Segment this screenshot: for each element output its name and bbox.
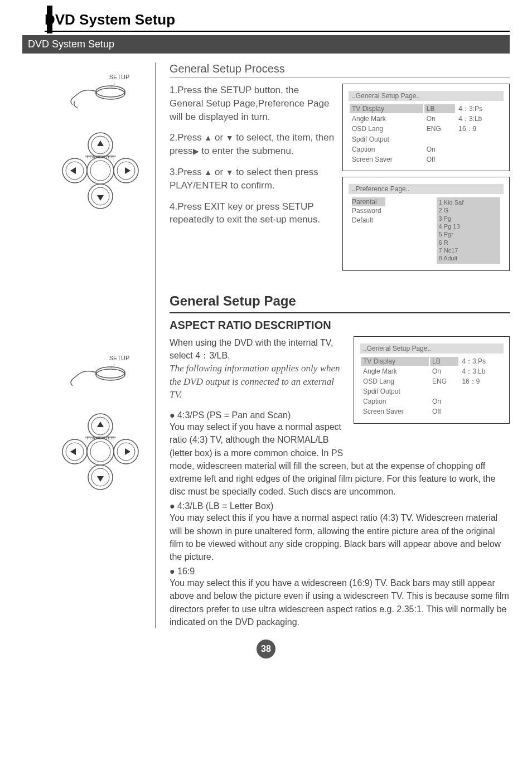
setup-label-2: SETUP <box>89 355 149 361</box>
corner-mark <box>47 6 52 33</box>
pref-l2: Password <box>352 207 381 215</box>
step2-c: to enter the submenu. <box>199 146 294 156</box>
bullet-2-head: ● 4:3/LB (LB = Letter Box) <box>170 501 510 511</box>
osd-r6b: Off <box>424 155 456 164</box>
osd-r5a: Caption <box>350 145 423 154</box>
osd-r3c: 16：9 <box>456 124 502 133</box>
osd2-r6b: Off <box>430 407 458 416</box>
step3-a: 3.Press <box>170 167 204 177</box>
osd2-r1b: LB <box>430 357 458 366</box>
left-column: SETUP <box>45 62 156 628</box>
subtitle-bar: DVD System Setup <box>22 35 510 54</box>
step-4: 4.Press EXIT key or press SETUP repeated… <box>170 200 335 227</box>
osd2-r3b: ENG <box>430 377 458 386</box>
main-title: DVD System Setup <box>45 11 510 28</box>
osd-r2b: On <box>424 114 456 123</box>
triangle-down-icon: ▼ <box>226 133 234 142</box>
osd-r2a: Angle Mark <box>350 114 423 123</box>
dpad-figure-2: PLAY/ENTER <box>45 407 149 496</box>
osd-general-title-2: ..General Setup Page.. <box>360 343 504 353</box>
page-number: 38 <box>257 640 275 658</box>
osd2-r5a: Caption <box>361 397 429 406</box>
osd-general-setup: ..General Setup Page.. TV DisplayLB4：3:P… <box>342 84 510 171</box>
b3-head-text: 16:9 <box>177 566 195 576</box>
osd-r1c: 4：3:Ps <box>456 104 502 113</box>
bullet-3-body: You may select this if you have a widesc… <box>170 577 510 628</box>
step-2: 2.Press ▲ or ▼ to select, the item, then… <box>170 131 335 158</box>
osd-r1a: TV Display <box>350 104 423 113</box>
osd-r3b: ENG <box>424 124 456 133</box>
right-column: General Setup Process 1.Press the SETUP … <box>167 62 510 628</box>
aspect-ratio-title: ASPECT RATIO DESCRIPTION <box>170 319 510 332</box>
osd2-r4a: Spdif Output <box>361 387 429 396</box>
bullet-1-head: ● 4:3/PS (PS = Pan and Scan) <box>170 410 346 420</box>
triangle-up-icon-2: ▲ <box>204 168 212 177</box>
dpad-icon-2: PLAY/ENTER <box>56 407 145 496</box>
triangle-up-icon: ▲ <box>204 133 212 142</box>
osd-r2c: 4：3:Lb <box>456 114 502 123</box>
step2-a: 2.Press <box>170 132 204 143</box>
hand-setup-icon-2 <box>67 362 128 390</box>
svg-point-18 <box>90 161 110 181</box>
bullet-3-head: ● 16:9 <box>170 566 510 577</box>
setup-label: SETUP <box>89 74 149 80</box>
osd-r5b: On <box>424 145 456 154</box>
hand-setup-icon <box>67 81 128 109</box>
osd-pref-title: ..Preference Page.. <box>349 184 504 194</box>
pref-l3: Default <box>352 216 373 224</box>
dpad-icon: PLAY/ENTER <box>56 126 145 215</box>
svg-point-0 <box>96 86 125 97</box>
osd2-r3c: 16：9 <box>460 377 502 386</box>
osd-stack: ..General Setup Page.. TV DisplayLB4：3:P… <box>342 84 510 277</box>
b2-head-text: 4:3/LB (LB = Letter Box) <box>177 501 273 511</box>
osd-preference: ..Preference Page.. Parental Password De… <box>342 177 510 270</box>
triangle-right-icon: ▶ <box>193 147 199 156</box>
osd2-r1a: TV Display <box>361 357 429 366</box>
b1-head-text: 4:3/PS (PS = Pan and Scan) <box>177 410 291 420</box>
osd2-r3a: OSD Lang <box>361 377 429 386</box>
pref-right-list: 1 Kid Saf 2 G 3 Pg 4 Pg 13 5 Pgr 6 R 7 N… <box>437 197 500 263</box>
osd-pref-table: Parental Password Default 1 Kid Saf 2 G … <box>349 196 504 264</box>
step-3: 3.Press ▲ or ▼ to select then press PLAY… <box>170 166 335 192</box>
osd2-r5b: On <box>430 397 458 406</box>
osd-general-table: TV DisplayLB4：3:Ps Angle MarkOn4：3:Lb OS… <box>349 103 504 165</box>
aspect-italic: The following information applies only w… <box>170 362 346 401</box>
svg-point-38 <box>90 442 110 462</box>
osd2-r2c: 4：3:Lb <box>460 367 502 376</box>
triangle-down-icon-2: ▼ <box>226 168 234 177</box>
svg-text:PLAY/ENTER: PLAY/ENTER <box>86 435 114 440</box>
osd2-r6a: Screen Saver <box>361 407 429 416</box>
osd2-r2b: On <box>430 367 458 376</box>
osd-general-setup-2: ..General Setup Page.. TV DisplayLB4：3:P… <box>354 336 510 424</box>
osd-r4a: Spdif Output <box>350 135 423 144</box>
bullet-1-body-b: mode, widescreen material will fill the … <box>170 459 510 498</box>
content-columns: SETUP <box>45 62 510 628</box>
step2-or: or <box>212 132 226 143</box>
step-1: 1.Press the SETUP button, the General Se… <box>170 84 335 123</box>
bullet-1-body-a: You may select if you have a normal aspe… <box>170 420 346 459</box>
bullet-2-body: You may select this if you have a normal… <box>170 511 510 563</box>
dpad-center-label: PLAY/ENTER <box>86 154 114 159</box>
osd-general-table-2: TV DisplayLB4：3:Ps Angle MarkOn4：3:Lb OS… <box>360 356 504 418</box>
setup-button-figure-2: SETUP <box>45 355 149 390</box>
osd2-r1c: 4：3:Ps <box>460 357 502 366</box>
step3-or: or <box>212 167 226 177</box>
general-setup-page-title: General Setup Page <box>170 293 510 313</box>
osd-general-title: ..General Setup Page.. <box>349 91 504 101</box>
aspect-intro: When using the DVD with the internal TV,… <box>170 336 346 362</box>
pref-l1: Parental <box>352 197 385 206</box>
setup-button-figure: SETUP <box>45 74 149 109</box>
osd-r6a: Screen Saver <box>350 155 423 164</box>
svg-point-20 <box>96 367 125 378</box>
general-process-heading: General Setup Process <box>170 62 510 78</box>
title-row: DVD System Setup <box>45 11 510 32</box>
osd2-r2a: Angle Mark <box>361 367 429 376</box>
osd-r3a: OSD Lang <box>350 124 423 133</box>
osd-r1b: LB <box>424 104 456 113</box>
dpad-figure: PLAY/ENTER <box>45 126 149 215</box>
